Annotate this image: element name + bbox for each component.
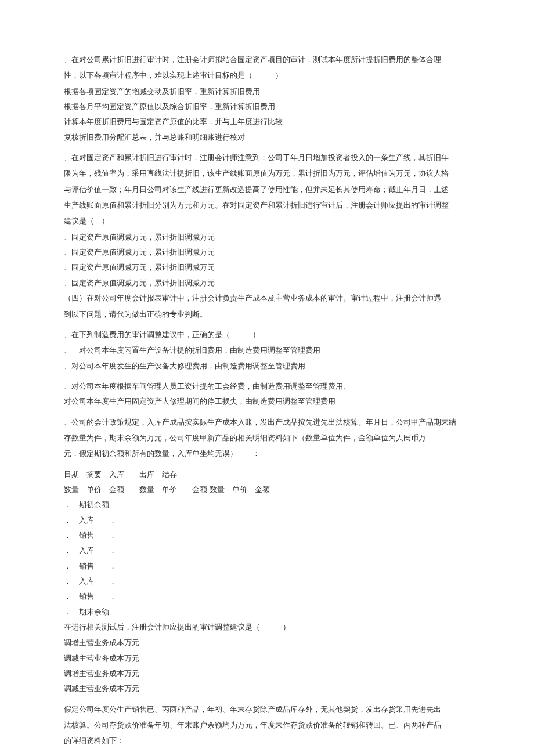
q1-stem-line2: 性，以下各项审计程序中，难以实现上述审计目标的是（ ）: [64, 68, 470, 82]
q4-option-c: 调增主营业务成本万元: [64, 666, 470, 681]
question-3: 、在下列制造费用的审计调整建议中，正确的是（ ） 、 对公司本年度闲置生产设备计…: [64, 327, 470, 373]
q4-header-row2: 数量 单价 金额 数量 单价 金额 数量 单价 金额: [64, 482, 470, 497]
q2-stem-line3: 与评估价值一致；年月日公司对该生产线进行更新改造提高了使用性能，但并未延长其使用…: [64, 182, 470, 197]
q1-option-b: 根据各月平均固定资产原值以及综合折旧率，重新计算折旧费用: [64, 99, 470, 114]
q2-option-b: 、固定资产原值调减万元，累计折旧调减万元: [64, 245, 470, 259]
q5-stem-line1: 假定公司年度公生产销售已、丙两种产品，年初、年末存货除产成品库存外，无其他契货，…: [64, 702, 470, 717]
q1-option-a: 根据各项固定资产的增减变动及折旧率，重新计算折旧费用: [64, 84, 470, 99]
q4-row-3: ． 销售 ．: [64, 528, 470, 542]
q4-row-2: ． 入库 ．: [64, 513, 470, 527]
q4-row-5: ． 销售 ．: [64, 559, 470, 573]
q4-table: 日期 摘要 入库 出库 结存 数量 单价 金额 数量 单价 金额 数量 单价 金…: [64, 467, 470, 696]
q4-option-b: 调减主营业务成本万元: [64, 651, 470, 665]
question-2: 、在对固定资产和累计折旧进行审计时，注册会计师注意到：公司于年月日增加投资者投入…: [64, 150, 470, 321]
q4-row-4: ． 入库 ．: [64, 543, 470, 558]
q4-header-row1: 日期 摘要 入库 出库 结存: [64, 467, 470, 482]
q4-stem-line2: 存数量为件，期末余额为万元，公司年度甲新产品的相关明细资料如下（数量单位为件，金…: [64, 431, 470, 445]
q4-row-6: ． 入库 ．: [64, 574, 470, 588]
q4-stem-line3: 元，假定期初余额和所有的数量，入库单坐均无误） ：: [64, 446, 470, 461]
question-1: 、在对公司累计折旧进行审计时，注册会计师拟结合固定资产项目的审计，测试本年度所计…: [64, 52, 470, 144]
q2-option-c: 、固定资产原值调减万元，累计折旧调减万元: [64, 260, 470, 274]
q5-stem-line3: 的详细资料如下：: [64, 733, 470, 748]
q1-option-c: 计算本年度折旧费用与固定资产原值的比率，并与上年度进行比较: [64, 114, 470, 129]
q3-intro-line1: （四）在对公司年度会计报表审计中，注册会计负责生产成本及主营业务成本的审计。审计…: [64, 291, 470, 305]
q4-option-a: 调增主营业务成本万元: [64, 635, 470, 650]
q4-option-d: 调减主营业务成本万元: [64, 681, 470, 696]
q4-row-7: ． 销售 ．: [64, 589, 470, 603]
question-4: 、公司的会计政策规定，入库产成品按实际生产成本入账，发出产成品按先进先出法核算。…: [64, 415, 470, 461]
q3-stem: 、在下列制造费用的审计调整建议中，正确的是（ ）: [64, 327, 470, 342]
q2-stem-line5: 建议是（ ）: [64, 214, 470, 228]
q3-option-c: 、对公司本年度根据车间管理人员工资计提的工会经费，由制造费用调整至管理费用、: [64, 379, 470, 393]
q2-stem-line2: 限为年，残值率为，采用直线法计提折旧，该生产线账面原值为万元，累计折旧为万元，评…: [64, 166, 470, 180]
q2-option-d: 、固定资产原值调减万元，累计折旧调减万元: [64, 276, 470, 290]
q1-option-d: 复核折旧费用分配汇总表，并与总账和明细账进行核对: [64, 130, 470, 144]
question-5: 假定公司年度公生产销售已、丙两种产品，年初、年末存货除产成品库存外，无其他契货，…: [64, 702, 470, 748]
q4-row-8: ． 期末余额: [64, 605, 470, 619]
q5-stem-line2: 法核算。公司存货跌价准备年初、年末账户余额均为万元，年度未作存货跌价准备的转销和…: [64, 718, 470, 732]
q4-row-1: ． 期初余额: [64, 497, 470, 512]
q4-stem-line1: 、公司的会计政策规定，入库产成品按实际生产成本入账，发出产成品按先进先出法核算。…: [64, 415, 470, 429]
q3-option-d: 对公司本年度生产用固定资产大修理期间的停工损失，由制造费用调整至管理费用: [64, 394, 470, 408]
question-3b: 、对公司本年度根据车间管理人员工资计提的工会经费，由制造费用调整至管理费用、 对…: [64, 379, 470, 409]
q1-stem-line1: 、在对公司累计折旧进行审计时，注册会计师拟结合固定资产项目的审计，测试本年度所计…: [64, 52, 470, 67]
q3-intro-line2: 到以下问题，请代为做出正确的专业判断。: [64, 307, 470, 321]
q2-stem-line4: 生产线账面原值和累计折旧分别为万元和万元。在对固定资产和累计折旧进行审计后，注册…: [64, 198, 470, 212]
q2-stem-line1: 、在对固定资产和累计折旧进行审计时，注册会计师注意到：公司于年月日增加投资者投入…: [64, 150, 470, 165]
q3-option-a: 、 对公司本年度闲置生产设备计提的折旧费用，由制造费用调整至管理费用: [64, 343, 470, 357]
q3-option-b: 、对公司本年度发生的生产设备大修理费用，由制造费用调整至管理费用: [64, 359, 470, 373]
q2-option-a: 、固定资产原值调减万元，累计折旧调减万元: [64, 230, 470, 244]
q4-tail: 在进行相关测试后，注册会计师应提出的审计调整建议是（ ）: [64, 620, 470, 634]
